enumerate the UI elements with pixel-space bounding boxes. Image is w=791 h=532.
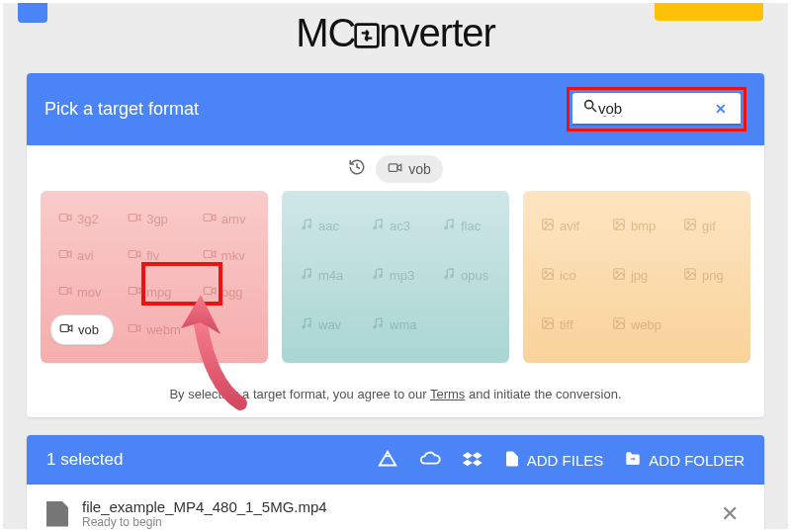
- format-avi[interactable]: avi: [50, 241, 114, 270]
- video-icon: [58, 284, 72, 301]
- remove-file-icon[interactable]: ✕: [715, 501, 745, 527]
- dropbox-icon[interactable]: [462, 449, 483, 471]
- format-ico[interactable]: ico: [533, 254, 598, 296]
- svg-point-23: [374, 276, 376, 278]
- format-ogg[interactable]: ogg: [195, 278, 258, 307]
- svg-point-46: [616, 320, 618, 322]
- format-3gp[interactable]: 3gp: [120, 205, 189, 233]
- onedrive-icon[interactable]: [418, 449, 442, 471]
- add-folder-button[interactable]: ADD FOLDER: [623, 450, 745, 471]
- recent-chip-label: vob: [408, 161, 431, 177]
- format-tiff[interactable]: tiff: [533, 304, 598, 345]
- svg-rect-12: [204, 288, 212, 295]
- format-webp[interactable]: webp: [604, 304, 669, 345]
- format-mkv[interactable]: mkv: [195, 241, 258, 270]
- image-icon: [541, 316, 555, 333]
- format-flv[interactable]: flv: [120, 241, 189, 270]
- top-cta-button[interactable]: [655, 3, 763, 21]
- image-icon: [612, 316, 626, 333]
- format-opus[interactable]: opus: [434, 254, 499, 296]
- svg-point-25: [445, 276, 447, 278]
- format-avif[interactable]: avif: [533, 205, 598, 246]
- svg-rect-7: [59, 251, 67, 258]
- svg-point-27: [303, 325, 305, 327]
- svg-point-20: [451, 225, 453, 227]
- svg-point-19: [445, 226, 447, 228]
- format-gif[interactable]: gif: [675, 205, 741, 246]
- format-col-audio: aacac3flacm4amp3opuswavwma: [282, 191, 509, 363]
- format-ac3[interactable]: ac3: [363, 205, 428, 246]
- svg-point-30: [380, 324, 382, 326]
- svg-point-42: [687, 271, 689, 273]
- format-bmp[interactable]: bmp: [604, 205, 669, 246]
- svg-point-44: [545, 320, 547, 322]
- svg-rect-9: [204, 251, 212, 258]
- svg-point-28: [308, 324, 310, 326]
- svg-point-24: [380, 275, 382, 277]
- video-icon: [59, 321, 73, 338]
- svg-point-26: [451, 275, 453, 277]
- video-icon: [203, 247, 217, 264]
- format-col-image: avifbmpgificojpgpngtiffwebp: [523, 191, 750, 363]
- selected-bar: 1 selected ADD FILES ADD FOLDER: [27, 435, 764, 485]
- svg-rect-11: [129, 288, 136, 295]
- svg-rect-5: [129, 215, 136, 222]
- image-icon: [612, 218, 626, 234]
- video-icon: [58, 211, 72, 227]
- svg-point-1: [585, 101, 593, 109]
- svg-rect-50: [631, 458, 636, 459]
- format-wav[interactable]: wav: [292, 304, 357, 345]
- file-row: file_example_MP4_480_1_5MG.mp4 Ready to …: [27, 485, 764, 532]
- terms-link[interactable]: Terms: [430, 387, 465, 401]
- image-icon: [683, 267, 697, 284]
- format-wma[interactable]: wma: [363, 304, 428, 345]
- format-webm[interactable]: webm: [120, 314, 189, 345]
- audio-icon: [371, 316, 385, 333]
- format-m4a[interactable]: m4a: [292, 254, 357, 296]
- format-vob[interactable]: vob: [50, 314, 114, 345]
- gdrive-icon[interactable]: [377, 449, 398, 471]
- svg-point-15: [303, 226, 305, 228]
- convert-icon: [353, 14, 381, 42]
- recent-row: vob: [27, 145, 764, 191]
- add-files-button[interactable]: ADD FILES: [503, 450, 604, 471]
- format-col-video: 3g23gpamvaviflvmkvmovmpgoggvobwebm: [41, 191, 268, 363]
- format-mov[interactable]: mov: [50, 278, 114, 307]
- image-icon: [541, 218, 555, 234]
- svg-point-32: [545, 222, 547, 223]
- video-icon: [388, 160, 402, 178]
- audio-icon: [300, 218, 313, 234]
- svg-rect-14: [129, 325, 136, 332]
- format-mpg[interactable]: mpg: [120, 278, 189, 307]
- search-input[interactable]: [598, 100, 711, 117]
- svg-rect-10: [59, 288, 67, 295]
- format-aac[interactable]: aac: [292, 205, 357, 246]
- search-highlight-box: ✕: [567, 87, 747, 132]
- format-grid: 3g23gpamvaviflvmkvmovmpgoggvobwebm aacac…: [27, 191, 764, 377]
- video-icon: [128, 284, 141, 301]
- svg-point-36: [687, 222, 689, 223]
- brand-prefix: MC: [296, 11, 355, 54]
- format-mp3[interactable]: mp3: [363, 254, 428, 296]
- svg-point-17: [374, 226, 376, 228]
- history-icon[interactable]: [348, 158, 366, 180]
- file-name: file_example_MP4_480_1_5MG.mp4: [82, 498, 701, 515]
- format-panel: Pick a target format ✕ vob 3g23gpamvavif…: [27, 73, 764, 417]
- files-panel: 1 selected ADD FILES ADD FOLDER file_exa…: [27, 435, 764, 532]
- search-box[interactable]: ✕: [572, 93, 741, 126]
- svg-point-40: [616, 271, 618, 273]
- video-icon: [128, 247, 141, 264]
- recent-chip-vob[interactable]: vob: [376, 155, 443, 183]
- format-flac[interactable]: flac: [434, 205, 499, 246]
- format-png[interactable]: png: [675, 254, 741, 296]
- audio-icon: [371, 218, 385, 234]
- svg-rect-48: [510, 459, 515, 460]
- selected-count: 1 selected: [46, 450, 124, 470]
- format-jpg[interactable]: jpg: [604, 254, 669, 296]
- format-3g2[interactable]: 3g2: [50, 205, 114, 233]
- file-icon: [46, 501, 68, 527]
- format-amv[interactable]: amv: [195, 205, 258, 233]
- clear-search-icon[interactable]: ✕: [711, 101, 731, 117]
- svg-line-2: [592, 108, 596, 112]
- video-icon: [203, 211, 217, 227]
